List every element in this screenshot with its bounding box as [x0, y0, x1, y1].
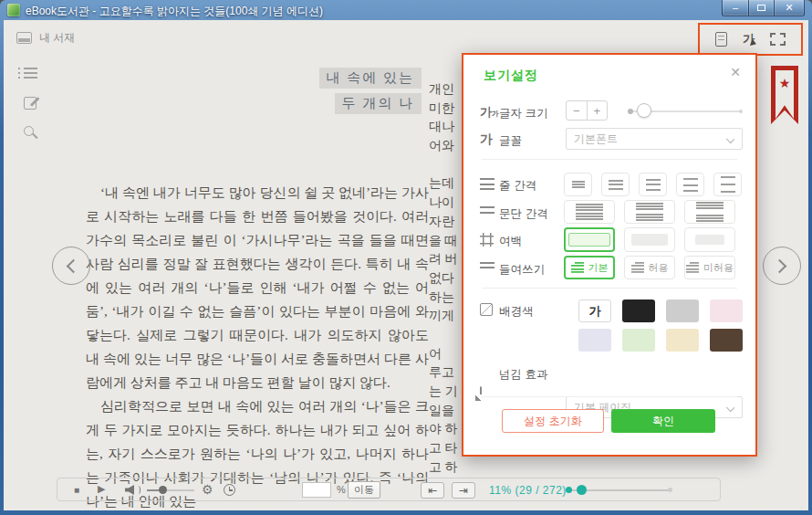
minimize-icon: – [733, 3, 738, 13]
clipped-text-line: 어 [429, 345, 463, 364]
margin-option-1-selected[interactable] [564, 227, 615, 252]
paragraph-spacing-glyph [696, 202, 724, 222]
clipped-text-line: 고 하 [429, 458, 463, 478]
line-spacing-glyph [572, 181, 585, 189]
clipped-text-line: 자란 [429, 213, 463, 232]
jump-to-start-button[interactable]: ⇤ [421, 482, 444, 499]
clipped-text-line: 끼게 [429, 307, 463, 326]
paragraph-spacing-option-1[interactable] [564, 200, 615, 224]
divider [482, 288, 737, 289]
bg-swatch-lavender[interactable] [578, 329, 611, 352]
speaker-icon[interactable] [125, 485, 134, 495]
indent-option-disallow[interactable]: 미허용 [684, 256, 735, 279]
bg-swatch-gray[interactable] [666, 300, 699, 322]
bg-swatch-green[interactable] [622, 329, 655, 352]
background-color-label: 배경색 [499, 304, 534, 320]
margin-glyph [568, 233, 610, 247]
font-size-slider-handle[interactable] [637, 103, 651, 118]
paragraph: ‘내 속엔 내가 너무도 많아 당신의 쉴 곳 없네’라는 가사로 시작하는 노… [86, 181, 429, 394]
progress-start-dot [566, 487, 572, 493]
margin-options [564, 227, 752, 252]
font-settings-icon[interactable]: 가 [743, 31, 755, 47]
bookmark-star-icon: ★ [771, 76, 798, 90]
font-size-icon: 가가 [480, 104, 499, 121]
page-percent-input[interactable] [302, 482, 331, 498]
font-size-label: 글자 크기 [499, 106, 547, 121]
view-settings-icon[interactable] [715, 32, 727, 47]
paragraph-spacing-label: 문단 간격 [499, 206, 547, 222]
tts-play-button[interactable]: ▶ [98, 483, 105, 495]
titlebar[interactable]: eBook도서관 - 고요할수록 밝아지는 것들(100쇄 기념 에디션) – … [0, 0, 812, 20]
maximize-button[interactable] [748, 0, 775, 16]
paragraph-spacing-option-2[interactable] [624, 200, 675, 224]
line-spacing-label: 줄 간격 [499, 178, 536, 194]
indent-option-label: 허용 [649, 261, 669, 275]
indent-option-default-selected[interactable]: 기본 [564, 256, 615, 279]
clipped-text-line: 대나 [429, 118, 463, 137]
chevron-right-icon [773, 259, 787, 274]
indent-icon [480, 262, 494, 272]
maximize-icon [757, 5, 765, 11]
clock-icon[interactable] [224, 484, 235, 496]
gear-icon[interactable]: ⚙ [202, 482, 213, 497]
line-spacing-option-1[interactable] [564, 173, 592, 196]
paragraph-spacing-option-3[interactable] [684, 200, 735, 224]
font-size-increase-button[interactable]: + [588, 101, 608, 120]
volume-slider-handle[interactable] [159, 486, 167, 494]
margin-glyph [695, 235, 724, 245]
bg-swatch-white[interactable]: 가 [578, 300, 611, 322]
progress-slider-handle[interactable] [577, 485, 587, 495]
goto-button[interactable]: 이동 [348, 481, 380, 499]
progress-end-dot [668, 488, 672, 492]
line-spacing-option-3[interactable] [639, 173, 667, 196]
line-spacing-option-4[interactable] [676, 173, 704, 196]
indent-option-label: 기본 [588, 261, 609, 275]
my-library-label: 내 서재 [39, 30, 75, 46]
divider [482, 396, 737, 397]
volume-slider-track[interactable] [147, 489, 194, 491]
bg-swatch-black[interactable] [622, 300, 655, 322]
margin-option-3[interactable] [684, 227, 735, 252]
jump-to-end-button[interactable]: ⇥ [452, 482, 475, 499]
fullscreen-icon[interactable] [770, 33, 786, 46]
previous-page-button[interactable] [52, 247, 90, 285]
clipped-text-line: 없다 [429, 269, 463, 289]
margin-icon [480, 233, 494, 247]
font-family-select[interactable]: 기본폰트 [566, 128, 743, 150]
clipped-text-line: 을 때 [429, 232, 463, 251]
my-library-button[interactable]: 내 서재 [16, 30, 75, 46]
tts-stop-button[interactable]: ■ [74, 485, 79, 495]
line-spacing-option-2[interactable] [601, 173, 630, 196]
paragraph-spacing-glyph [636, 203, 663, 221]
clipped-text-line: 일을 [429, 402, 463, 421]
confirm-button[interactable]: 확인 [611, 409, 715, 433]
line-spacing-glyph [646, 179, 661, 191]
indent-option-allow[interactable]: 허용 [624, 256, 675, 279]
margin-option-2[interactable] [624, 227, 675, 252]
view-settings-panel: 보기설정 ✕ 가가 글자 크기 − + 가 글꼴 기본폰트 줄 간격 [462, 53, 757, 457]
indent-label: 들여쓰기 [499, 262, 545, 278]
bg-swatch-pink[interactable] [710, 300, 743, 322]
line-spacing-option-5[interactable] [713, 173, 742, 196]
clipped-text-line: 개인 [429, 80, 463, 100]
reset-settings-button[interactable]: 설정 초기화 [502, 409, 604, 433]
close-icon: ✕ [785, 3, 793, 13]
line-spacing-glyph [609, 180, 623, 190]
font-family-value: 기본폰트 [574, 131, 618, 147]
minimize-button[interactable]: – [722, 0, 748, 16]
search-icon[interactable] [24, 126, 34, 136]
clipped-text-line: 나이 [429, 194, 463, 213]
clipped-text-line: 고 타 [429, 439, 463, 458]
background-color-icon [480, 303, 493, 316]
annotation-icon[interactable] [24, 97, 36, 110]
bg-swatch-brown[interactable] [710, 329, 743, 352]
font-size-decrease-button[interactable]: − [567, 101, 588, 120]
bg-swatch-beige[interactable] [666, 329, 699, 352]
panel-close-icon[interactable]: ✕ [730, 65, 741, 79]
bookmark-icon[interactable]: ★ [771, 66, 798, 124]
margin-label: 여백 [499, 234, 522, 249]
next-page-button[interactable] [763, 247, 801, 285]
line-spacing-glyph [683, 178, 698, 192]
close-button[interactable]: ✕ [775, 0, 805, 16]
table-of-contents-icon[interactable] [24, 68, 37, 79]
